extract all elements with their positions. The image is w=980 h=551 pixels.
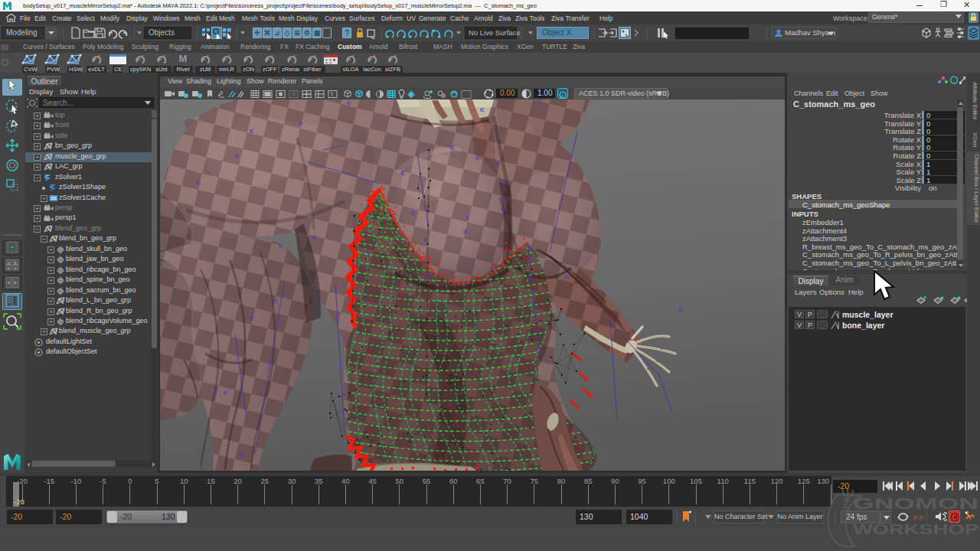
svg-text:c: c	[501, 177, 505, 185]
svg-text:c: c	[279, 241, 283, 249]
svg-text:c: c	[475, 153, 479, 161]
svg-text:c: c	[427, 272, 431, 280]
svg-text:c: c	[312, 233, 316, 241]
svg-text:c: c	[273, 296, 277, 305]
svg-text:c: c	[400, 168, 404, 177]
svg-text:+: +	[8, 260, 11, 265]
svg-text:c: c	[423, 235, 427, 243]
svg-text:c: c	[250, 126, 253, 135]
svg-text:c: c	[501, 204, 505, 213]
svg-text:c: c	[463, 227, 467, 235]
svg-text:c: c	[214, 386, 217, 394]
svg-text:c: c	[561, 93, 564, 98]
svg-text:T: T	[330, 91, 334, 98]
svg-text:c: c	[365, 246, 369, 255]
svg-text:c: c	[299, 119, 302, 127]
svg-text:c: c	[235, 151, 239, 159]
svg-text:c: c	[502, 194, 506, 202]
svg-text:c: c	[495, 159, 499, 168]
svg-text:GNOMON: GNOMON	[853, 494, 978, 512]
svg-text:c: c	[347, 99, 351, 106]
svg-text:c: c	[450, 142, 454, 151]
svg-text:+: +	[15, 266, 18, 270]
svg-text:c: c	[564, 272, 568, 280]
svg-text:c: c	[537, 99, 541, 105]
svg-text:c: c	[678, 305, 682, 313]
svg-text:c: c	[239, 449, 243, 458]
svg-text:c: c	[224, 388, 227, 396]
svg-text:+: +	[8, 280, 11, 285]
svg-text:THE: THE	[843, 494, 851, 510]
svg-text:WORKSHOP: WORKSHOP	[853, 521, 978, 537]
svg-text:c: c	[196, 178, 200, 186]
svg-text:c: c	[250, 313, 253, 321]
svg-text:+: +	[8, 266, 11, 270]
svg-text:c: c	[480, 105, 484, 113]
svg-text:c: c	[411, 208, 415, 217]
svg-text:c: c	[466, 213, 469, 221]
